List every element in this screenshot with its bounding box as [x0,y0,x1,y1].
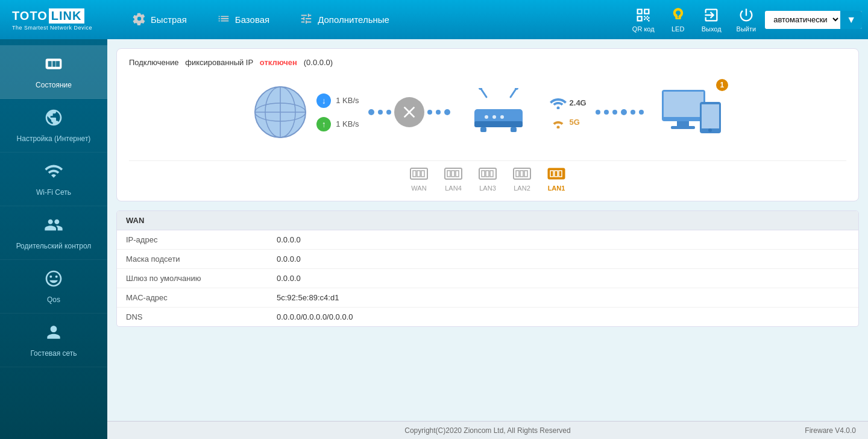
language-select[interactable]: автоматически Русский English [765,11,840,28]
svg-rect-38 [516,171,519,177]
upload-icon: ↑ [316,117,331,131]
wan-port-icon [409,167,429,182]
dots-right [427,109,450,115]
dot [612,110,617,115]
dot [631,110,635,115]
exit-label: Выход [702,25,722,33]
logo-area: TOTO LINK The Smartest Network Device [6,5,127,34]
svg-rect-40 [524,171,527,177]
svg-rect-28 [421,171,424,177]
sidebar-status-label: Состояние [36,81,72,89]
led-label: LED [671,25,684,33]
connection-status: Подключение фиксированный IP отключен (0… [129,58,846,67]
sidebar-qos-label: Qos [47,295,60,304]
wan-label-ip: IP-адрес [126,235,277,244]
client-badge: 1 [716,79,728,91]
wan-label-subnet: Маска подсети [126,254,277,264]
parental-icon [44,215,63,239]
wan-value-mac: 5c:92:5e:89:c4:d1 [277,293,339,302]
svg-rect-36 [490,171,493,177]
sidebar-parental-label: Родительский контрол [16,242,92,250]
status-icon [44,54,63,78]
sidebar-wifi-label: Wi-Fi Сеть [36,188,71,197]
globe-container [250,82,310,142]
lan2-port-icon [512,167,532,182]
port-lan1[interactable]: LAN1 [547,167,566,192]
language-selector[interactable]: автоматически Русский English ▼ [765,11,862,29]
dot [427,110,432,115]
wan-port-label: WAN [411,185,426,192]
logo-toto: TOTO [12,9,48,23]
dot [378,110,383,115]
globe-icon [250,82,310,142]
port-lan4[interactable]: LAN4 [444,167,463,192]
wan-value-ip: 0.0.0.0 [277,235,301,244]
sidebar-guest-label: Гостевая сеть [30,349,77,358]
wifi-labels-area: 2.4G 5G [550,96,587,128]
connection-label: Подключение [129,58,178,67]
nav-basic-label: Базовая [235,14,269,25]
dot [386,110,391,115]
clients-icon [659,84,725,138]
sidebar-item-parental[interactable]: Родительский контрол [0,206,107,260]
port-lan2[interactable]: LAN2 [512,167,532,192]
dot [368,109,374,115]
exit-button[interactable]: Выход [696,4,728,36]
wifi-24-label: 2.4G [570,98,587,107]
qrcode-label: QR код [632,25,655,33]
led-button[interactable]: LED [664,4,693,36]
download-icon: ↓ [316,93,331,108]
wifi-5-label: 5G [570,118,580,127]
dot [596,110,600,115]
block-icon [394,97,424,127]
wan-info: WAN IP-адрес 0.0.0.0 Маска подсети 0.0.0… [116,210,859,327]
sidebar-item-status[interactable]: Состояние [0,45,107,99]
svg-rect-39 [520,171,523,177]
gear-icon [133,12,146,27]
wan-row-ip: IP-адрес 0.0.0.0 [117,230,858,250]
svg-rect-23 [702,104,719,128]
header: TOTO LINK The Smartest Network Device Бы… [0,0,868,39]
dots-left [368,109,391,115]
router-icon [465,88,532,136]
wan-row-dns: DNS 0.0.0.0/0.0.0.0/0.0.0.0 [117,308,858,326]
lan4-port-icon [444,167,463,182]
port-wan[interactable]: WAN [409,167,429,192]
connection-off: отключен [260,58,297,67]
svg-rect-19 [664,92,703,117]
dot [621,109,627,115]
dot [436,110,441,115]
guest-icon [44,323,63,346]
sidebar-item-qos[interactable]: Qos [0,260,107,314]
svg-rect-14 [480,127,486,132]
svg-point-12 [492,115,496,119]
wan-value-gateway: 0.0.0.0 [277,274,301,283]
logout-label: Выйти [737,25,756,33]
dots-right2 [596,109,644,115]
firmware-version: Fireware V4.0.0 [805,426,856,435]
logout-button[interactable]: Выйти [731,4,763,36]
nav-advanced-label: Дополнительные [318,14,389,25]
header-right: QR код LED Выход Выйти автоматически [626,4,862,36]
svg-point-11 [485,115,488,119]
nav-basic[interactable]: Базовая [211,9,275,30]
copyright: Copyright(C)2020 Zioncom Ltd, All Rights… [404,426,570,435]
sidebar-item-internet[interactable]: Настройка (Интернет) [0,99,107,153]
svg-point-16 [556,107,559,110]
footer: Copyright(C)2020 Zioncom Ltd, All Rights… [107,421,868,439]
lang-dropdown-arrow: ▼ [840,11,862,29]
sidebar-item-guest[interactable]: Гостевая сеть [0,314,107,367]
sidebar-item-wifi[interactable]: Wi-Fi Сеть [0,153,107,206]
qrcode-button[interactable]: QR код [626,4,661,36]
port-lan3[interactable]: LAN3 [478,167,497,192]
wifi-24-row: 2.4G [550,96,587,109]
sliders-icon [300,12,313,27]
lan2-port-label: LAN2 [514,185,530,192]
svg-point-17 [556,126,559,129]
nav-quick[interactable]: Быстрая [127,9,193,30]
wan-row-mac: МАС-адрес 5c:92:5e:89:c4:d1 [117,288,858,308]
lan3-port-icon [478,167,497,182]
svg-rect-27 [417,171,420,177]
nav-advanced[interactable]: Дополнительные [294,9,395,30]
dot [604,110,609,115]
